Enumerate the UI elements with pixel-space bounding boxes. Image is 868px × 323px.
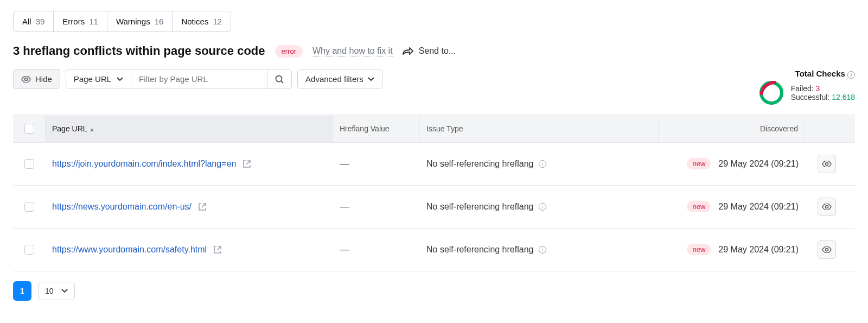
new-badge: new [687,244,711,255]
info-icon[interactable]: i [847,71,855,79]
chevron-down-icon [117,77,123,81]
chevron-down-icon [61,289,68,293]
tab-count: 39 [36,17,45,26]
totals-block: Total Checks i Failed: 3 Successful: 12,… [760,69,855,105]
advanced-filters-label: Advanced filters [305,74,363,84]
svg-point-4 [826,248,828,251]
eye-icon [21,76,31,83]
col-label: Page URL [52,124,87,133]
totals-header-text: Total Checks [795,69,845,78]
row-checkbox[interactable] [24,202,34,212]
table-row: https://news.yourdomain.com/en-us/ — No … [13,186,855,229]
svg-point-1 [276,75,282,81]
success-value: 12,618 [832,93,855,102]
page-current[interactable]: 1 [13,281,31,301]
sort-asc-icon: ▲ [89,126,95,132]
eye-icon [822,161,832,167]
totals-values: Failed: 3 Successful: 12,618 [791,84,855,102]
page-title: 3 hreflang conflicts within page source … [13,44,265,58]
chevron-down-icon [368,77,374,81]
page-size-select[interactable]: 10 [38,282,75,300]
fix-link[interactable]: Why and how to fix it [312,46,393,56]
tab-label: Errors [62,17,85,26]
new-badge: new [687,201,711,212]
col-discovered[interactable]: Discovered [659,116,805,142]
issue-text: No self-referencing hreflang [426,245,533,255]
eye-icon [822,204,832,210]
failed-value: 3 [816,84,820,93]
info-icon[interactable]: i [539,160,546,168]
info-icon[interactable]: i [539,203,546,211]
tab-label: Warnings [116,17,150,26]
page-url-link[interactable]: https://news.yourdomain.com/en-us/ [52,202,192,212]
hreflang-value: — [333,146,420,181]
filter-field-label: Page URL [74,74,111,84]
totals-ring-chart [760,81,783,105]
tab-count: 16 [155,17,164,26]
external-link-icon[interactable] [213,245,222,254]
external-link-icon[interactable] [242,160,251,168]
send-to-button[interactable]: Send to... [403,46,456,56]
external-link-icon[interactable] [198,202,207,211]
row-checkbox[interactable] [24,245,34,255]
pagination: 1 10 [13,281,855,301]
view-button[interactable] [818,155,836,173]
tab-warnings[interactable]: Warnings 16 [107,11,173,31]
page-url-link[interactable]: https://www.yourdomain.com/safety.html [52,245,207,255]
col-page-url[interactable]: Page URL ▲ [46,116,333,142]
tab-label: Notices [181,17,208,26]
col-hreflang[interactable]: Hreflang Value [333,116,420,142]
view-button[interactable] [818,240,836,259]
view-button[interactable] [818,198,836,216]
page-url-link[interactable]: https://join.yourdomain.com/index.html?l… [52,159,236,169]
table-row: https://www.yourdomain.com/safety.html —… [13,229,855,271]
svg-point-2 [826,162,828,165]
title-row: 3 hreflang conflicts within page source … [13,44,855,58]
new-badge: new [687,158,711,169]
filter-box: Page URL [66,69,292,89]
tab-count: 11 [89,17,98,26]
issues-table: Page URL ▲ Hreflang Value Issue Type Dis… [13,115,855,271]
tabs: All 39 Errors 11 Warnings 16 Notices 12 [13,11,231,32]
svg-point-3 [826,205,828,208]
discovered-date: 29 May 2024 (09:21) [718,202,799,212]
table-row: https://join.yourdomain.com/index.html?l… [13,143,855,186]
info-icon[interactable]: i [539,246,546,254]
hide-label: Hide [35,74,52,84]
hreflang-value: — [333,232,420,267]
success-label: Successful: [791,93,830,102]
error-badge: error [275,45,303,58]
issue-text: No self-referencing hreflang [426,202,533,212]
tab-label: All [22,17,31,26]
send-icon [403,47,413,55]
search-icon [275,75,284,84]
discovered-date: 29 May 2024 (09:21) [718,245,799,255]
tab-errors[interactable]: Errors 11 [54,11,107,31]
filter-field-select[interactable]: Page URL [66,69,131,88]
filters-row: Hide Page URL Advanced filters Total Che… [13,69,855,105]
header-checkbox-cell [13,115,46,142]
tab-count: 12 [213,17,222,26]
page-size-value: 10 [45,287,54,295]
tab-notices[interactable]: Notices 12 [173,11,231,31]
filter-input[interactable] [131,69,267,88]
svg-point-0 [25,78,28,80]
row-checkbox[interactable] [24,159,34,169]
col-actions [805,120,848,137]
discovered-date: 29 May 2024 (09:21) [718,159,799,169]
hide-button[interactable]: Hide [13,69,60,89]
col-issue[interactable]: Issue Type [420,116,659,142]
tab-all[interactable]: All 39 [14,11,54,31]
select-all-checkbox[interactable] [24,124,34,134]
hreflang-value: — [333,189,420,224]
filter-search-button[interactable] [267,69,291,88]
advanced-filters-button[interactable]: Advanced filters [297,69,382,89]
table-header: Page URL ▲ Hreflang Value Issue Type Dis… [13,115,855,143]
totals-header: Total Checks i [760,69,855,79]
send-to-label: Send to... [419,46,456,56]
eye-icon [822,246,832,253]
issue-text: No self-referencing hreflang [426,159,533,169]
failed-label: Failed: [791,84,814,93]
